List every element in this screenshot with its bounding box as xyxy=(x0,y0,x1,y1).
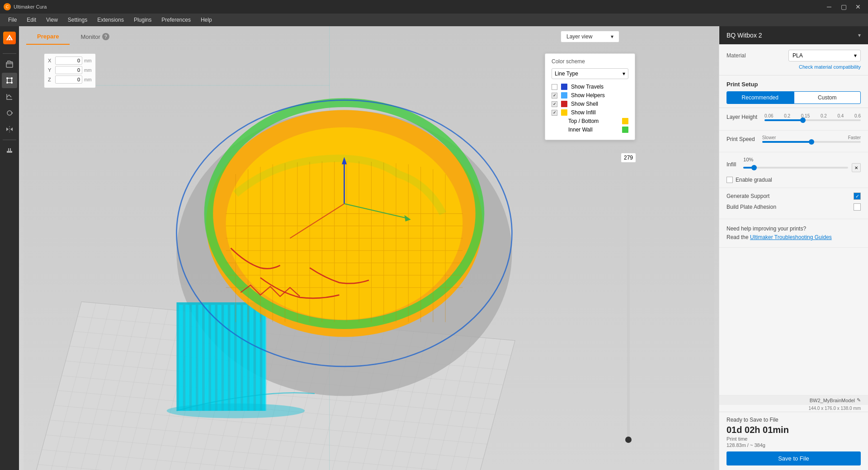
layer-height-thumb[interactable] xyxy=(800,118,806,123)
status-title: Ready to Save to File xyxy=(726,417,861,423)
slider-thumb[interactable] xyxy=(625,437,632,443)
print-speed-control: Slower Faster xyxy=(762,135,861,143)
svg-point-6 xyxy=(7,111,12,115)
title-bar-controls: ─ ▢ ✕ xyxy=(823,0,864,13)
z-label: Z xyxy=(48,77,53,82)
infill-end-button[interactable]: ✕ xyxy=(852,163,861,172)
material-select[interactable]: PLA ▾ xyxy=(788,50,861,61)
top-bottom-label: Top / Bottom xyxy=(568,118,618,124)
app-body: Prepare Monitor ? Layer view ▾ X mm Y mm xyxy=(0,26,868,470)
help-text-row: Read the Ultimaker Troubleshooting Guide… xyxy=(726,233,861,242)
svg-rect-61 xyxy=(185,305,189,411)
bottom-status: Ready to Save to File 01d 02h 01min Prin… xyxy=(719,412,868,470)
shell-checkbox[interactable]: ✓ xyxy=(552,101,557,107)
z-unit: mm xyxy=(84,77,92,82)
shell-label: Show Shell xyxy=(571,101,628,107)
travels-color xyxy=(561,84,567,90)
gradual-checkbox[interactable] xyxy=(726,177,733,183)
logo-square xyxy=(3,32,16,44)
monitor-label: Monitor xyxy=(80,33,100,40)
help-icon[interactable]: ? xyxy=(102,33,109,40)
transform-button[interactable] xyxy=(2,73,17,88)
close-button[interactable]: ✕ xyxy=(852,0,864,13)
infill-track[interactable] xyxy=(743,167,848,169)
slider-track[interactable] xyxy=(627,164,630,443)
legend-inner-wall: Inner Wall xyxy=(552,127,628,133)
setup-tabs: Recommended Custom xyxy=(726,91,861,104)
support-button[interactable] xyxy=(2,143,17,158)
infill-control: 10% ✕ xyxy=(743,157,861,172)
mirror-button[interactable] xyxy=(2,122,17,137)
print-speed-row: Print Speed Slower Faster xyxy=(726,135,861,143)
help-link[interactable]: Ultimaker Troubleshooting Guides xyxy=(750,234,832,240)
title-bar-title: Ultimaker Cura xyxy=(14,4,47,9)
rotate-button[interactable] xyxy=(2,105,17,121)
travels-checkbox[interactable] xyxy=(552,84,557,90)
infill-checkbox[interactable]: ✓ xyxy=(552,110,557,116)
menu-extensions[interactable]: Extensions xyxy=(93,15,128,25)
x-input[interactable] xyxy=(55,56,82,65)
tab-custom[interactable]: Custom xyxy=(794,91,861,104)
check-material-link[interactable]: Check material compatibility xyxy=(726,64,861,70)
tab-recommended[interactable]: Recommended xyxy=(726,91,794,104)
printer-header: BQ Witbox 2 ▾ xyxy=(719,26,868,44)
generate-support-label: Generate Support xyxy=(726,193,769,199)
infill-color xyxy=(561,109,567,116)
printer-chevron-icon[interactable]: ▾ xyxy=(858,32,861,38)
build-plate-checkbox[interactable] xyxy=(854,203,861,211)
inner-wall-color xyxy=(622,127,628,133)
help-text-prefix: Read the xyxy=(726,234,750,240)
save-to-file-button[interactable]: Save to File xyxy=(726,451,861,465)
svg-rect-63 xyxy=(198,305,202,411)
viewport[interactable]: Prepare Monitor ? Layer view ▾ X mm Y mm xyxy=(19,26,719,470)
toolbar-separator-mid xyxy=(3,140,16,140)
build-plate-label: Build Plate Adhesion xyxy=(726,204,776,210)
color-scheme-select[interactable]: Line Type ▾ xyxy=(552,68,628,79)
material-row: Material PLA ▾ xyxy=(726,50,861,61)
app-icon: C xyxy=(4,3,11,10)
menu-plugins[interactable]: Plugins xyxy=(129,15,156,25)
menu-preferences[interactable]: Preferences xyxy=(157,15,195,25)
restore-button[interactable]: ▢ xyxy=(837,0,850,13)
infill-label: Show Infill xyxy=(571,109,628,116)
legend-top-bottom: Top / Bottom xyxy=(552,118,628,124)
menu-settings[interactable]: Settings xyxy=(63,15,92,25)
scale-button[interactable] xyxy=(2,89,17,104)
menu-file[interactable]: File xyxy=(4,15,21,25)
infill-thumb[interactable] xyxy=(751,165,757,170)
svg-rect-64 xyxy=(205,305,209,411)
helpers-checkbox[interactable]: ✓ xyxy=(552,93,557,99)
y-input[interactable] xyxy=(55,66,82,74)
color-scheme-title: Color scheme xyxy=(552,58,628,65)
faster-label: Faster xyxy=(848,135,861,140)
svg-rect-71 xyxy=(250,305,254,411)
z-input[interactable] xyxy=(55,75,82,84)
tab-prepare[interactable]: Prepare xyxy=(26,29,70,45)
generate-support-checkbox[interactable]: ✓ xyxy=(854,193,861,200)
open-file-button[interactable] xyxy=(2,56,17,72)
layer-number: 279 xyxy=(621,153,636,163)
svg-point-4 xyxy=(6,82,8,84)
layer-height-track[interactable] xyxy=(764,119,861,121)
infill-label: Infill xyxy=(726,161,736,168)
coord-y-row: Y mm xyxy=(48,66,92,74)
svg-rect-9 xyxy=(10,148,11,151)
svg-rect-60 xyxy=(179,305,183,411)
speed-track[interactable] xyxy=(762,141,861,143)
edit-model-icon[interactable]: ✎ xyxy=(857,397,861,403)
print-time: 01d 02h 01min xyxy=(726,425,861,435)
menu-view[interactable]: View xyxy=(42,15,62,25)
svg-rect-7 xyxy=(7,151,12,153)
menu-help[interactable]: Help xyxy=(196,15,217,25)
inner-wall-label: Inner Wall xyxy=(568,127,618,133)
print-time-label: Print time xyxy=(726,436,861,442)
menu-edit[interactable]: Edit xyxy=(22,15,41,25)
minimize-button[interactable]: ─ xyxy=(823,0,835,13)
y-label: Y xyxy=(48,67,53,73)
svg-rect-69 xyxy=(237,305,241,411)
layer-height-label: Layer Height xyxy=(726,114,757,120)
svg-rect-70 xyxy=(243,305,247,411)
speed-thumb[interactable] xyxy=(809,139,814,145)
tab-monitor[interactable]: Monitor ? xyxy=(70,29,120,45)
print-speed-section: Print Speed Slower Faster xyxy=(719,131,868,152)
